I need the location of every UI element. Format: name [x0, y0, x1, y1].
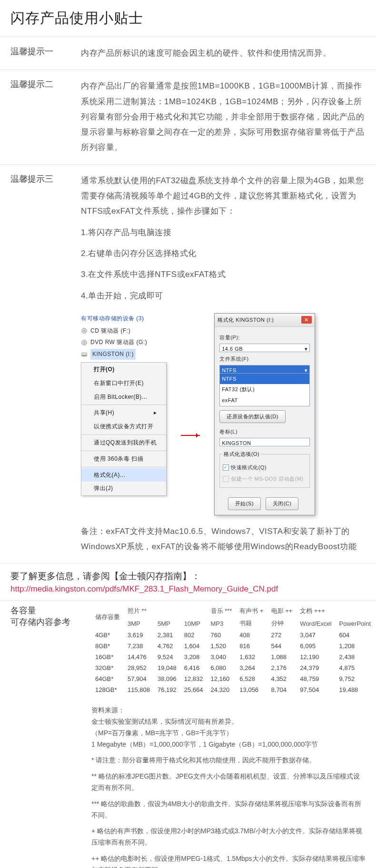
disc-icon: [81, 339, 88, 346]
tip1-text: 内存产品所标识的速度可能会因主机的硬件、软件和使用情况而异。: [81, 46, 366, 61]
cell-value: 802: [180, 630, 207, 641]
table-subheader: 3MP: [124, 617, 154, 630]
cell-value: 24,379: [296, 662, 335, 673]
cell-value: 9,524: [154, 651, 180, 662]
cell-value: 6,528: [236, 673, 267, 684]
cell-value: 1,632: [236, 651, 267, 662]
table-subheader: 书籍: [236, 617, 267, 630]
capacity-value: 14.6 GB▾: [219, 344, 310, 352]
cell-value: 8,704: [267, 684, 297, 695]
cell-value: 1,520: [207, 641, 236, 651]
table-subheader: PowerPoint: [336, 617, 375, 630]
drive-icon: [81, 351, 88, 358]
fs-label: 文件系统(F): [219, 354, 310, 364]
cell-value: 408: [236, 630, 267, 641]
group-audiobook: 有声书 +: [236, 605, 267, 617]
format-dialog: 格式化 KINGSTON (I:) ✕ 容量(P): 14.6 GB▾ 文件系统…: [214, 313, 315, 515]
ctx-format: 格式化(A)...: [81, 468, 166, 482]
cell-value: 3,264: [236, 662, 267, 673]
cell-value: 2,438: [336, 651, 375, 662]
tip3-remark: 备注：exFAT文件支持Mac10.6.5、Windows7、VISTA和安装了…: [81, 524, 366, 555]
cell-capacity: 16GB*: [91, 651, 124, 662]
cell-value: 12,832: [180, 673, 207, 684]
cell-value: 48,759: [296, 673, 335, 684]
cell-capacity: 4GB*: [91, 630, 124, 641]
cell-value: 9,752: [336, 673, 375, 684]
ctx-bitlocker: 启用 BitLocker(B)...: [81, 390, 166, 404]
cell-value: 6,416: [180, 662, 207, 673]
cell-value: 3,208: [180, 651, 207, 662]
tip3-step1: 1.将闪存产品与电脑连接: [81, 225, 366, 240]
cell-value: 816: [236, 641, 267, 651]
cell-value: 76,192: [154, 684, 180, 695]
tip2-label: 温馨提示二: [10, 79, 68, 155]
cell-value: 544: [267, 641, 297, 651]
cell-value: 13,056: [236, 684, 267, 695]
cell-capacity: 8GB*: [91, 641, 124, 651]
cell-value: 19,488: [336, 684, 375, 695]
capacity-section-title: 各容量 可存储内容参考: [10, 605, 82, 695]
device-dvd: DVD RW 驱动器 (G:): [81, 336, 167, 348]
close-button: 关闭(C): [266, 497, 299, 510]
table-row: 128GB*115,80876,19225,66424,32013,0568,7…: [91, 684, 375, 695]
format-screenshot-mock: 有可移动存储的设备 (3) CD 驱动器 (F:) DVD RW 驱动器 (G:…: [81, 313, 366, 515]
cell-value: 4,875: [336, 662, 375, 673]
tip3-label: 温馨提示三: [10, 173, 68, 554]
cell-value: 6,080: [207, 662, 236, 673]
disc-icon: [81, 327, 88, 334]
cell-value: 4,762: [154, 641, 180, 651]
group-music: 音乐 ***: [207, 605, 236, 617]
ctx-360: 使用 360杀毒 扫描: [81, 452, 166, 466]
table-subheader: 5MP: [154, 617, 180, 630]
cell-value: 25,664: [180, 684, 207, 695]
cell-value: 1,208: [336, 641, 375, 651]
cell-value: 3,047: [296, 630, 335, 641]
start-button: 开始(S): [228, 497, 261, 510]
tip3-step2: 2.右键单击闪存分区选择格式化: [81, 246, 366, 261]
tip1-label: 温馨提示一: [10, 46, 68, 61]
cell-value: 1,088: [267, 651, 297, 662]
svg-point-1: [84, 330, 85, 332]
cell-value: 14,476: [124, 651, 154, 662]
cell-capacity: 128GB*: [91, 684, 124, 695]
cell-value: 12,160: [207, 673, 236, 684]
cell-value: 24,320: [207, 684, 236, 695]
vol-value: KINGSTON: [219, 438, 310, 446]
group-movie: 电影 ++: [267, 605, 297, 617]
cell-capacity: 64GB*: [91, 673, 124, 684]
cell-value: 19,048: [154, 662, 180, 673]
cell-value: 1,604: [180, 641, 207, 651]
ctx-open-new: 在新窗口中打开(E): [81, 376, 166, 390]
table-subheader: 分钟: [267, 617, 297, 630]
cell-value: 115,808: [124, 684, 154, 695]
svg-rect-5: [82, 355, 87, 356]
tip3-step3: 3.在文件系统中选择NTFS或exFAT格式: [81, 267, 366, 282]
group-doc: 文档 +++: [296, 605, 375, 617]
cell-value: 2,176: [267, 662, 297, 673]
cell-value: 760: [207, 630, 236, 641]
fs-opt-fat32: FAT32 (默认): [220, 384, 309, 395]
cell-value: 12,190: [296, 651, 335, 662]
more-info-text: 要了解更多信息，请参阅【金士顿闪存指南】：: [0, 563, 376, 584]
footnotes: 资料来源： 金士顿实验室测试结果，实际情况可能有所差异。 （MP=百万像素，MB…: [0, 695, 376, 868]
cell-value: 28,952: [124, 662, 154, 673]
cell-value: 6,095: [296, 641, 335, 651]
table-subheader: MP3: [207, 617, 236, 630]
table-subheader: Word/Excel: [296, 617, 335, 630]
context-menu: 打开(O) 在新窗口中打开(E) 启用 BitLocker(B)... 共享(H…: [81, 362, 167, 496]
cell-value: 4,352: [267, 673, 297, 684]
tip3-step4: 4.单击开始，完成即可: [81, 288, 366, 304]
table-row: 16GB*14,4769,5243,2083,0401,6321,08812,1…: [91, 651, 375, 662]
guide-link[interactable]: http://media.kingston.com/pdfs/MKF_283.1…: [0, 584, 376, 601]
ctx-eject: 弹出(J): [81, 482, 166, 495]
tip2-text: 内存产品出厂的容量通常是按照1MB=1000KB，1GB=1000MB计算，而操…: [81, 79, 366, 155]
close-icon: ✕: [301, 316, 312, 324]
cell-value: 272: [267, 630, 297, 641]
table-subheader: 10MP: [180, 617, 207, 630]
svg-point-3: [84, 342, 85, 344]
fs-opt-ntfs: NTFS: [220, 374, 309, 385]
arrow-icon: [181, 435, 200, 436]
ctx-portable: 以便携式设备方式打开: [81, 420, 166, 434]
table-row: 64GB*57,90438,09612,83212,1606,5284,3524…: [91, 673, 375, 684]
page-title: 闪存产品使用小贴士: [10, 9, 366, 28]
